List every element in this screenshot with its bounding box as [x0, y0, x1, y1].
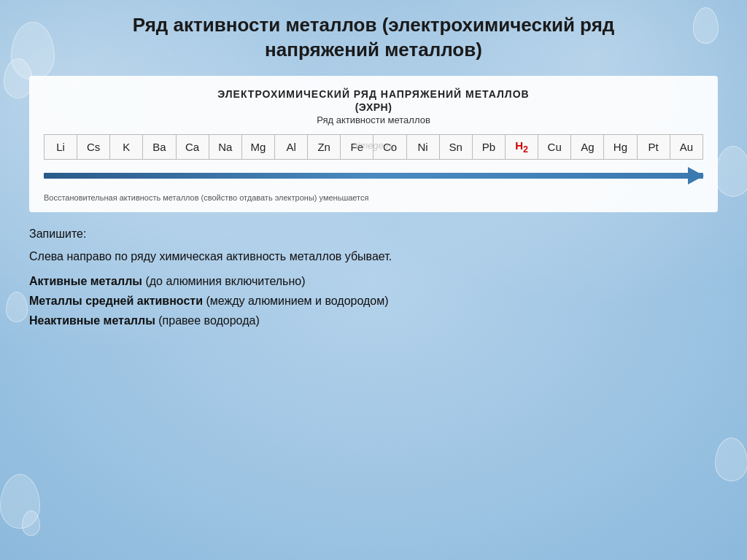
page-title: Ряд активности металлов (электрохимическ…	[29, 13, 718, 63]
zapisite-line: Запишите:	[29, 224, 718, 244]
activity-arrow	[44, 173, 703, 179]
line4-normal: (правее водорода)	[155, 314, 260, 327]
arrow-label: Восстановительная активность металлов (с…	[44, 190, 703, 202]
line4: Неактивные металлы (правее водорода)	[29, 311, 718, 330]
elements-table: LiCsKBaCaNaMgAlZnFeCoNiSnPbH2CuAgHgPtAu	[44, 134, 703, 160]
line4-bold: Неактивные металлы	[29, 314, 155, 327]
line3-normal: (между алюминием и водородом)	[203, 295, 389, 307]
content-wrapper: Ряд активности металлов (электрохимическ…	[0, 0, 747, 343]
box-heading1: ЭЛЕКТРОХИМИЧЕСКИЙ РЯД НАПРЯЖЕНИЙ МЕТАЛЛО…	[44, 88, 703, 102]
box-heading2: (ЭХРН)	[44, 101, 703, 113]
box-heading3: Ряд активности металлов	[44, 114, 703, 125]
arrow-row	[44, 167, 703, 189]
line3-bold: Металлы средней активности	[29, 295, 203, 307]
line1: Слева направо по ряду химическая активно…	[29, 246, 718, 266]
elements-row: LiCsKBaCaNaMgAlZnFeCoNiSnPbH2CuAgHgPtAu	[44, 135, 703, 160]
line2-normal: (до алюминия включительно)	[142, 275, 306, 287]
arrow-container	[44, 167, 703, 182]
white-box: ЭЛЕКТРОХИМИЧЕСКИЙ РЯД НАПРЯЖЕНИЙ МЕТАЛЛО…	[29, 76, 718, 213]
text-block: Запишите: Слева направо по ряду химическ…	[29, 224, 718, 330]
droplet-deco	[715, 438, 747, 481]
line2-bold: Активные металлы	[29, 275, 142, 287]
line3: Металлы средней активности (между алюмин…	[29, 291, 718, 311]
line2: Активные металлы (до алюминия включитель…	[29, 271, 718, 291]
